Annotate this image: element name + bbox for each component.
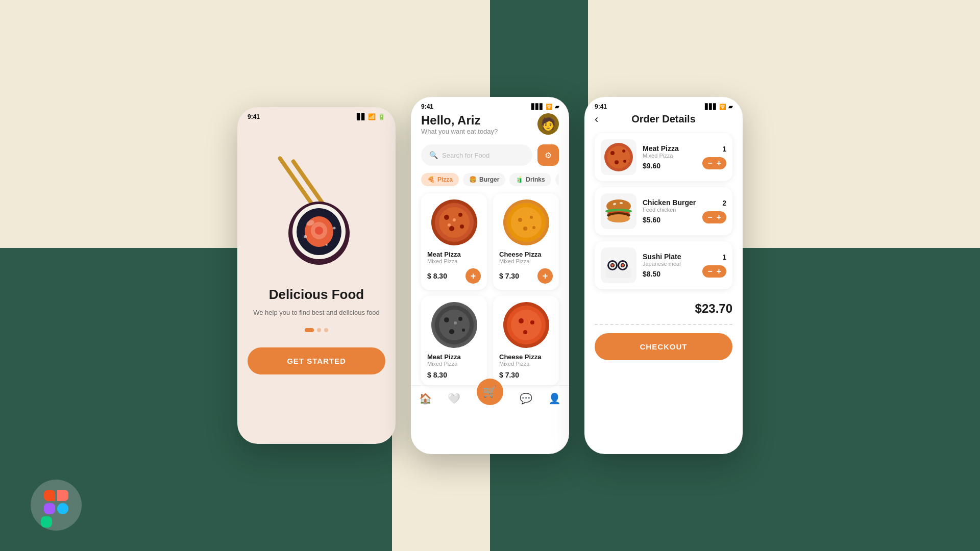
order-item-1: Meat Pizza Mixed Pizza $9.60 1 − + [595,133,732,181]
qty-plus-2[interactable]: + [717,213,721,221]
qty-plus-3[interactable]: + [717,267,721,276]
back-button[interactable]: ‹ [595,113,598,126]
filter-icon: ⚙ [545,151,552,160]
food-price-3: $ 8.30 [427,371,447,379]
order-item-right-2: 2 − + [702,199,726,223]
order-item-2: Chicken Burger Feed chicken $5.60 2 − + [595,187,732,235]
food-name-2: Cheese Pizza [499,251,553,258]
qty-minus-3[interactable]: − [707,267,712,276]
svg-point-11 [326,244,328,246]
order-item-sub-3: Japanese meal [643,261,696,267]
svg-point-34 [511,310,542,340]
cart-nav-button[interactable]: 🛒 [477,379,503,405]
food-card-1[interactable]: Meat Pizza Mixed Pizza $ 8.30 + [421,193,487,290]
qty-plus-1[interactable]: + [717,159,721,167]
phones-container: 9:41 ▋▋ 📶 🔋 [237,97,743,454]
qty-2: 2 [722,199,726,207]
food-price-1: $ 8.30 [427,272,447,280]
order-item-name-1: Meat Pizza [643,144,696,153]
categories-row: 🍕 Pizza 🍔 Burger 🧃 Drinks 🍱 Sushi [421,173,559,186]
food-image-4 [503,302,549,348]
figma-purple [44,503,55,514]
food-card-4[interactable]: Cheese Pizza Mixed Pizza $ 7.30 [493,296,559,385]
order-item-name-2: Chicken Burger [643,198,696,207]
food-card-2[interactable]: Cheese Pizza Mixed Pizza $ 7.30 + [493,193,559,290]
filter-button[interactable]: ⚙ [537,144,559,166]
order-item-image-3 [601,247,636,283]
food-name-1: Meat Pizza [427,251,481,258]
checkout-button[interactable]: CHECKOUT [595,333,732,360]
get-started-button[interactable]: GET STARTED [248,347,385,374]
phone-order: 9:41 ▋▋▋ 🛜 ▰ ‹ Order Details [584,97,743,454]
food-card-bottom-1: $ 8.30 + [427,268,481,284]
signal-icon-2: ▋▋▋ [531,104,544,110]
food-card-3[interactable]: Meat Pizza Mixed Pizza $ 8.30 [421,296,487,385]
burger-label: Burger [479,176,499,183]
signal-icon: ▋▋ [357,113,366,120]
order-content: ‹ Order Details Meat Pizza [584,113,743,360]
order-item-price-3: $8.50 [643,270,696,278]
svg-point-18 [453,218,456,221]
wifi-icon-2: 🛜 [546,104,553,110]
divider [595,324,732,325]
category-sushi[interactable]: 🍱 Sushi [555,173,559,186]
add-button-2[interactable]: + [537,268,553,284]
food-sub-1: Mixed Pizza [427,258,481,264]
home-nav-icon[interactable]: 🏠 [419,392,432,405]
svg-point-31 [462,329,465,332]
home-content: Hello, Ariz What you want eat today? 🧑 🔍… [411,113,569,385]
qty-3: 1 [722,253,726,261]
search-row: 🔍 Search for Food ⚙ [421,144,559,166]
svg-point-15 [458,213,462,217]
svg-point-27 [439,310,470,340]
status-bar-1: 9:41 ▋▋ 📶 🔋 [237,107,396,123]
greeting-text: Hello, Ariz What you want eat today? [421,113,498,142]
qty-1: 1 [722,145,726,153]
food-card-bottom-3: $ 8.30 [427,371,481,379]
profile-nav-icon[interactable]: 👤 [548,392,561,405]
time-3: 9:41 [595,103,607,110]
order-item-name-3: Sushi Plate [643,253,696,261]
svg-point-59 [622,264,624,267]
search-box[interactable]: 🔍 Search for Food [421,144,532,166]
greeting-name: Hello, Ariz [421,113,498,128]
wifi-icon: 📶 [368,113,376,120]
figma-pink [57,490,68,501]
user-avatar[interactable]: 🧑 [537,113,559,135]
category-pizza[interactable]: 🍕 Pizza [421,173,459,186]
food-sub-2: Mixed Pizza [499,258,553,264]
svg-point-32 [454,321,457,324]
dot-1 [317,328,321,332]
svg-point-24 [523,227,527,231]
category-burger[interactable]: 🍔 Burger [463,173,505,186]
food-price-2: $ 7.30 [499,272,519,280]
category-drinks[interactable]: 🧃 Drinks [509,173,551,186]
figma-green [41,516,52,528]
svg-point-43 [623,160,626,163]
heart-nav-icon[interactable]: 🤍 [448,392,460,405]
order-item-right-3: 1 − + [702,253,726,278]
qty-controls-2: − + [702,211,726,223]
status-icons-1: ▋▋ 📶 🔋 [357,113,385,120]
order-item-right-1: 1 − + [702,145,726,169]
total-amount: $23.70 [695,302,732,315]
food-name-3: Meat Pizza [427,353,481,361]
pizza-emoji: 🍕 [427,176,435,183]
qty-minus-1[interactable]: − [707,159,712,167]
dot-active [305,328,314,332]
sushi-illustration [260,134,373,277]
svg-point-13 [439,207,470,238]
food-image-2 [503,199,549,245]
qty-controls-1: − + [702,157,726,169]
dot-2 [324,328,328,332]
battery-icon-3: ▰ [728,104,732,110]
qty-minus-2[interactable]: − [707,213,712,221]
pizza-label: Pizza [437,176,453,183]
svg-point-9 [304,235,307,238]
signal-icon-3: ▋▋▋ [705,104,717,110]
add-button-1[interactable]: + [465,268,481,284]
order-item-3: Sushi Plate Japanese meal $8.50 1 − + [595,241,732,289]
splash-title: Delicious Food [269,287,364,303]
chat-nav-icon[interactable]: 💬 [520,392,532,405]
figma-logo [31,480,82,531]
